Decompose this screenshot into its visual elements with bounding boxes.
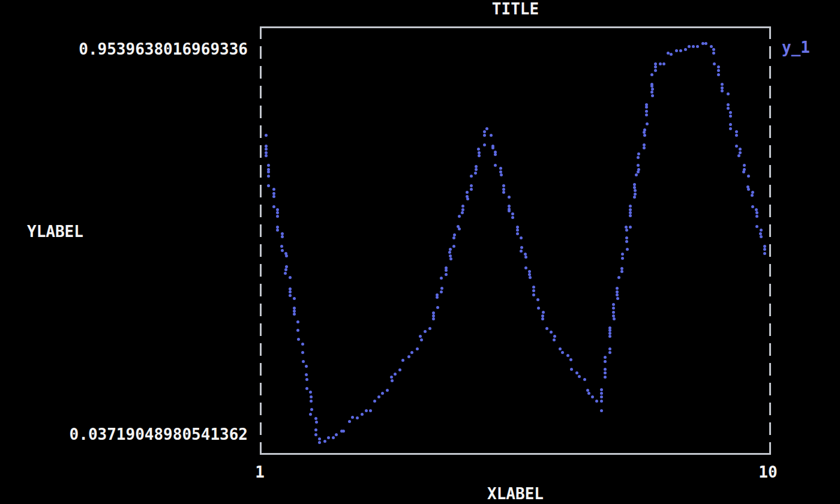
data-point <box>293 313 296 316</box>
data-point <box>713 62 716 65</box>
data-point <box>516 232 519 235</box>
data-point <box>629 214 632 217</box>
data-point <box>545 327 548 330</box>
data-point <box>466 197 469 200</box>
data-point <box>675 49 678 52</box>
data-point <box>616 290 619 293</box>
data-point <box>688 45 691 48</box>
data-point <box>369 409 372 412</box>
data-point <box>612 307 615 310</box>
data-point <box>670 53 673 56</box>
data-point <box>659 62 662 65</box>
data-point <box>743 164 746 167</box>
data-point <box>407 355 410 358</box>
data-point <box>310 400 313 403</box>
data-point <box>276 215 279 218</box>
data-point <box>265 154 268 157</box>
data-point <box>398 368 401 371</box>
data-point <box>532 286 535 289</box>
data-point <box>561 351 564 354</box>
plot-border-top <box>260 26 771 28</box>
data-point <box>272 188 275 191</box>
data-point <box>727 103 730 106</box>
data-point <box>616 287 619 290</box>
data-point <box>524 256 527 259</box>
data-point <box>645 106 648 109</box>
data-point <box>516 229 519 232</box>
data-point <box>729 123 732 126</box>
data-point <box>701 42 704 45</box>
plot-border-left <box>260 26 262 455</box>
data-point <box>532 289 535 292</box>
data-point <box>541 314 544 317</box>
data-point <box>511 216 514 219</box>
data-point <box>608 335 611 338</box>
data-point <box>276 229 279 232</box>
data-point <box>735 130 738 133</box>
legend-series-label: y_1 <box>782 38 810 56</box>
data-point <box>737 154 740 157</box>
data-point <box>520 246 523 249</box>
data-point <box>284 272 287 275</box>
data-point <box>637 156 640 159</box>
data-point <box>445 269 448 272</box>
data-point <box>293 297 296 300</box>
data-point <box>559 347 562 350</box>
data-point <box>361 413 364 416</box>
data-point <box>483 134 486 137</box>
data-point <box>679 49 682 52</box>
data-point <box>440 287 443 290</box>
data-point <box>348 420 351 423</box>
data-point <box>616 293 619 296</box>
data-point <box>284 268 287 271</box>
data-point <box>566 354 569 357</box>
data-point <box>604 376 607 379</box>
data-point <box>667 52 670 55</box>
data-point <box>314 433 317 436</box>
data-point <box>276 211 279 214</box>
data-point <box>478 151 481 154</box>
data-point <box>747 175 750 178</box>
data-point <box>477 148 480 151</box>
y-axis-title: YLABEL <box>27 223 83 241</box>
data-point <box>491 146 494 149</box>
data-point <box>327 436 330 439</box>
data-point <box>301 351 304 354</box>
data-point <box>323 440 326 443</box>
data-point <box>650 91 653 94</box>
y-axis-max-tick-label: 0.9539638016969336 <box>79 40 248 59</box>
data-point <box>436 306 439 309</box>
data-point <box>704 42 707 45</box>
data-point <box>391 379 394 382</box>
data-point <box>302 360 305 363</box>
data-point <box>635 173 638 176</box>
data-point <box>626 248 629 251</box>
data-point <box>458 227 461 230</box>
data-point <box>717 65 720 68</box>
data-point <box>634 189 637 192</box>
data-point <box>612 303 615 306</box>
data-point <box>285 254 288 257</box>
data-point <box>265 134 268 137</box>
data-point <box>502 191 505 194</box>
data-point <box>470 175 473 178</box>
data-point <box>616 297 619 300</box>
data-point <box>420 338 423 341</box>
data-point <box>739 148 742 151</box>
data-point <box>570 368 573 371</box>
data-point <box>620 270 623 273</box>
data-point <box>265 145 268 148</box>
data-point <box>280 245 283 248</box>
data-point <box>760 229 763 232</box>
x-axis-title: XLABEL <box>260 485 771 503</box>
data-point <box>390 376 393 379</box>
data-point <box>470 188 473 191</box>
data-point <box>629 208 632 211</box>
data-point <box>511 212 514 215</box>
plot-border-right <box>769 26 771 455</box>
data-point <box>645 110 648 113</box>
data-point <box>474 172 477 175</box>
data-point <box>365 409 368 412</box>
data-point <box>608 351 611 354</box>
data-point <box>401 359 404 362</box>
